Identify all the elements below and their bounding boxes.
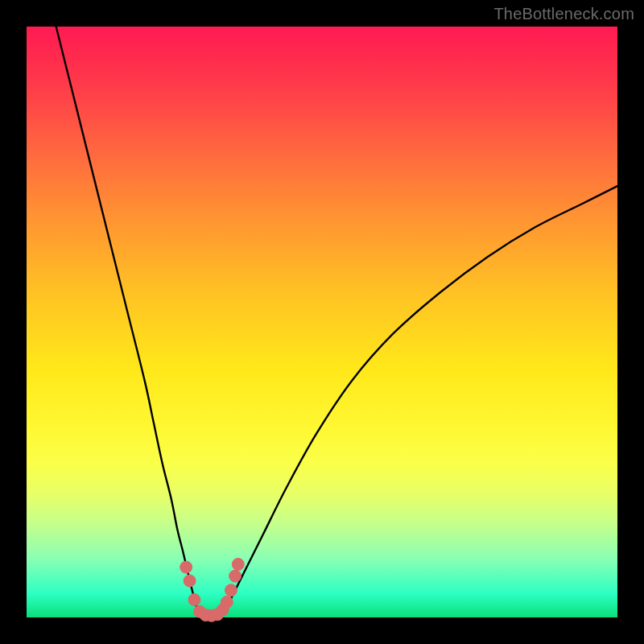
bottleneck-dots-group (180, 558, 245, 621)
chart-svg (27, 27, 617, 617)
plot-area (27, 27, 617, 617)
left-curve-path (56, 27, 196, 605)
watermark-text: TheBottleneck.com (493, 5, 634, 23)
bottleneck-dot (188, 593, 200, 605)
bottleneck-dot (221, 596, 233, 608)
bottleneck-dot (184, 575, 196, 587)
bottleneck-dot (229, 570, 242, 582)
bottleneck-dot (180, 561, 192, 573)
bottleneck-dot (225, 584, 237, 597)
right-curve-path (228, 186, 617, 605)
outer-frame: TheBottleneck.com (0, 0, 644, 644)
bottleneck-dot (232, 558, 244, 570)
